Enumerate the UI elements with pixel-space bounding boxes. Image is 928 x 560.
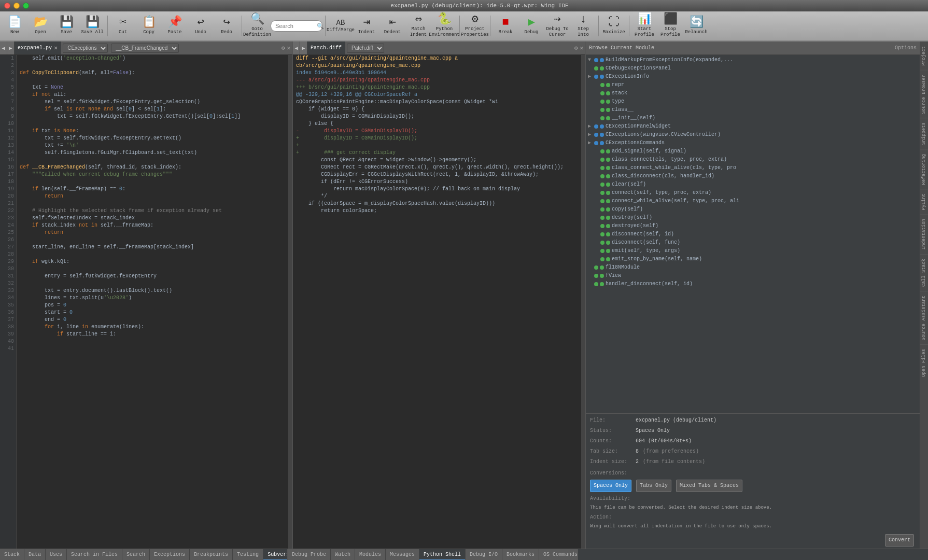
bottom-middle-tab-os-commands[interactable]: OS Commands xyxy=(539,549,578,560)
diff-gear-icon[interactable]: ⚙ xyxy=(574,45,578,51)
paste-button[interactable]: 📌 Paste xyxy=(162,12,187,39)
module-tree-item[interactable]: emit_stop_by_name(self, name) xyxy=(586,255,920,263)
match-indent-button[interactable]: ⇔ Match Indent xyxy=(406,12,431,39)
minimize-button[interactable] xyxy=(13,3,20,9)
debug-to-cursor-button[interactable]: ⇢ Debug To Cursor xyxy=(545,12,570,39)
module-tree-item[interactable]: connect(self, type, proc, extra) xyxy=(586,189,920,197)
debug-button[interactable]: ▶ Debug xyxy=(519,12,544,39)
dedent-button[interactable]: ⇤ Dedent xyxy=(380,12,405,39)
module-tree-item[interactable]: __init__(self) xyxy=(586,114,920,122)
bottom-left-tab-search-in-files[interactable]: Search in Files xyxy=(67,549,122,560)
open-button[interactable]: 📂 Open xyxy=(28,12,53,39)
bottom-middle-tab-modules[interactable]: Modules xyxy=(355,549,386,560)
module-tree-item[interactable]: fView xyxy=(586,272,920,280)
module-tree-item[interactable]: destroyed(self) xyxy=(586,222,920,230)
module-tree-item[interactable]: destroy(self) xyxy=(586,214,920,222)
vertical-tab-source-assistant[interactable]: Source Assistant xyxy=(920,291,928,344)
module-tree-item[interactable]: add_signal(self, signal) xyxy=(586,147,920,156)
module-tree-item[interactable]: disconnect(self, id) xyxy=(586,230,920,239)
module-tree-item[interactable]: ▶CExceptionInfo xyxy=(586,73,920,81)
diff-tab-prev[interactable]: ◀ xyxy=(293,41,300,55)
bottom-left-tab-exceptions[interactable]: Exceptions xyxy=(150,549,190,560)
editor-tab-close[interactable]: ✕ xyxy=(54,44,58,52)
break-button[interactable]: ■ Break xyxy=(493,12,518,39)
copy-button[interactable]: 📋 Copy xyxy=(136,12,161,39)
module-tree-item[interactable]: emit(self, type, args) xyxy=(586,247,920,255)
diff-content[interactable]: diff --git a/src/gui/painting/qpaintengi… xyxy=(293,55,581,549)
diff-dropdown[interactable]: Patch.diff xyxy=(347,44,384,53)
vertical-tab-open-files[interactable]: Open Files xyxy=(920,344,928,381)
module-tree-item[interactable]: type xyxy=(586,97,920,106)
module-tree-item[interactable]: connect_while_alive(self, type, proc, al… xyxy=(586,197,920,205)
goto-definition-button[interactable]: 🔍 Goto Definition xyxy=(245,12,270,39)
vertical-tab-snippets[interactable]: Snippets xyxy=(920,118,928,149)
module-tree-item[interactable]: disconnect(self, func) xyxy=(586,239,920,247)
bottom-middle-tab-bookmarks[interactable]: Bookmarks xyxy=(502,549,539,560)
vertical-tab-refactoring[interactable]: Refactoring xyxy=(920,149,928,189)
editor-gear-icon[interactable]: ⚙ xyxy=(282,45,285,51)
vertical-tab-pylint[interactable]: PyLint xyxy=(920,189,928,214)
bottom-middle-tab-debug-probe[interactable]: Debug Probe xyxy=(288,549,331,560)
module-tree-item[interactable]: ▶CExceptions(wingview.CViewController) xyxy=(586,131,920,139)
diff-tab-next[interactable]: ▶ xyxy=(300,41,307,55)
cut-button[interactable]: ✂️ Cut xyxy=(110,12,135,39)
code-editor[interactable]: 123 456 789 101112 131415 161718 192021 … xyxy=(0,55,292,549)
code-content[interactable]: self.emit('exception-changed') def CopyT… xyxy=(17,55,288,549)
project-properties-button[interactable]: ⚙ Project Properties xyxy=(462,12,487,39)
bottom-middle-tab-debug-i/o[interactable]: Debug I/O xyxy=(466,549,502,560)
vertical-tab-project[interactable]: Project xyxy=(920,41,928,70)
start-profile-button[interactable]: 📊 Start Profile xyxy=(632,12,657,39)
module-tree-item[interactable]: clear(self) xyxy=(586,180,920,189)
bottom-middle-tab-watch[interactable]: Watch xyxy=(331,549,355,560)
step-into-button[interactable]: ↓ Step Into xyxy=(571,12,596,39)
module-tree-item[interactable]: ▶CExceptionPanelWidget xyxy=(586,122,920,131)
bottom-middle-tab-messages[interactable]: Messages xyxy=(386,549,419,560)
tab-next-arrow[interactable]: ▶ xyxy=(7,41,15,55)
convert-button[interactable]: Convert xyxy=(885,534,914,547)
module-tree-item[interactable]: repr xyxy=(586,81,920,89)
relaunch-button[interactable]: 🔄 Relaunch xyxy=(684,12,709,39)
maximize-button-tb[interactable]: ⛶ Maximize xyxy=(601,12,626,39)
bottom-left-tab-testing[interactable]: Testing xyxy=(233,549,263,560)
vertical-tab-source-browser[interactable]: Source Browser xyxy=(920,70,928,118)
editor-scrollbar[interactable] xyxy=(288,55,292,549)
maximize-button[interactable] xyxy=(23,3,29,9)
vertical-tab-call-stack[interactable]: Call Stack xyxy=(920,254,928,291)
editor-close-icon[interactable]: ✕ xyxy=(287,45,290,51)
undo-button[interactable]: ↩ Undo xyxy=(188,12,213,39)
module-tree-item[interactable]: ▶CExceptionsCommands xyxy=(586,139,920,147)
module-tree-item[interactable]: fl18NModule xyxy=(586,263,920,272)
bottom-left-tab-stack[interactable]: Stack xyxy=(0,549,24,560)
vertical-tab-indentation[interactable]: Indentation xyxy=(920,214,928,254)
indent-button[interactable]: ⇥ Indent xyxy=(354,12,379,39)
save-all-button[interactable]: 💾 Save All xyxy=(80,12,105,39)
bottom-middle-tab-python-shell[interactable]: Python Shell xyxy=(419,549,466,560)
new-button[interactable]: 📄 New xyxy=(2,12,27,39)
editor-method-dropdown[interactable]: __CB_FrameChanged xyxy=(111,44,179,53)
redo-button[interactable]: ↪ Redo xyxy=(214,12,239,39)
bottom-left-tab-uses[interactable]: Uses xyxy=(46,549,67,560)
stop-profile-button[interactable]: ⬛ Stop Profile xyxy=(658,12,683,39)
editor-class-dropdown[interactable]: CExceptions xyxy=(63,44,108,53)
module-browser-options[interactable]: Options xyxy=(895,45,917,51)
module-tree-item[interactable]: handler_disconnect(self, id) xyxy=(586,280,920,288)
close-button[interactable] xyxy=(4,3,10,9)
module-tree-item[interactable]: ▼BuildMarkupFromExceptionInfo(expanded,.… xyxy=(586,56,920,64)
python-env-button[interactable]: 🐍 Python Environment xyxy=(432,12,457,39)
tab-prev-arrow[interactable]: ◀ xyxy=(0,41,7,55)
diff-close-icon[interactable]: ✕ xyxy=(580,45,583,51)
module-tree-item[interactable]: copy(self) xyxy=(586,205,920,214)
editor-tab-excpanel[interactable]: excpanel.py ✕ xyxy=(15,41,61,55)
module-tree-item[interactable]: stack xyxy=(586,89,920,97)
module-tree-item[interactable]: CDebugExceptionsPanel xyxy=(586,64,920,73)
module-tree[interactable]: ▼BuildMarkupFromExceptionInfo(expanded,.… xyxy=(586,55,920,413)
bottom-left-tab-subversion[interactable]: Subversion xyxy=(263,549,287,560)
mixed-tabs-btn[interactable]: Mixed Tabs & Spaces xyxy=(676,480,742,492)
module-tree-item[interactable]: class_disconnect(cls, handler_id) xyxy=(586,172,920,180)
diff-button[interactable]: AB Diff/Merge xyxy=(328,12,353,39)
diff-tab[interactable]: Patch.diff xyxy=(307,41,345,55)
diff-scrollbar[interactable] xyxy=(581,55,585,549)
tabs-only-btn[interactable]: Tabs Only xyxy=(636,480,671,492)
module-tree-item[interactable]: class_connect(cls, type, proc, extra) xyxy=(586,156,920,164)
bottom-left-tab-breakpoints[interactable]: Breakpoints xyxy=(190,549,233,560)
